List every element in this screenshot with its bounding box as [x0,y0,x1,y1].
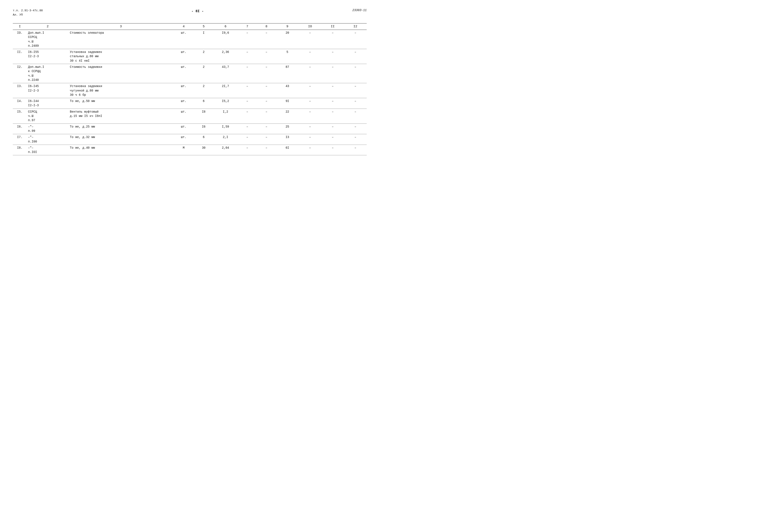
table-cell: шт. [173,124,194,134]
table-cell: – [344,109,367,124]
table-cell: Доп.вып.Iк ССРЦЦч.Шп.2240 [27,64,68,83]
table-cell: 2 [194,49,213,64]
table-cell: –"–п.I00 [27,134,68,145]
table-cell: – [321,64,344,83]
table-cell: – [257,98,276,109]
table-cell: 2 [194,64,213,83]
table-cell: 2 [194,83,213,98]
main-table: I 2 3 4 5 6 7 8 9 IO II I2 IO.Доп.вып.IС… [13,23,367,155]
table-cell: – [321,83,344,98]
table-cell: 2,36 [213,49,238,64]
table-cell: шт. [173,49,194,64]
table-cell: – [299,30,321,49]
table-cell: I6. [13,124,27,134]
table-cell: – [299,49,321,64]
table-cell: То же, д.40 мм [68,145,173,155]
table-cell: – [344,134,367,145]
table-cell: – [238,64,257,83]
table-cell: – [321,134,344,145]
table-cell: – [238,30,257,49]
doc-ref-line1: т.п. 2.91-3-47с.88 [13,9,43,13]
table-cell: – [344,49,367,64]
table-cell: шт. [173,134,194,145]
col-header-5: 5 [194,23,213,30]
table-cell: – [321,124,344,134]
table-cell: – [299,109,321,124]
table-cell: Стоимость элеватора [68,30,173,49]
table-cell: – [321,49,344,64]
table-cell: 2I,7 [213,83,238,98]
table-cell: – [257,30,276,49]
table-cell: – [257,109,276,124]
table-cell: – [238,124,257,134]
col-header-10: IO [299,23,321,30]
table-row: I2.Доп.вып.Iк ССРЦЦч.Шп.2240Стоимость за… [13,64,367,83]
table-cell: I2. [13,64,27,83]
table-cell: 6I [276,145,299,155]
table-cell: I5,2 [213,98,238,109]
table-header-row: I 2 3 4 5 6 7 8 9 IO II I2 [13,23,367,30]
table-cell: шт. [173,98,194,109]
col-header-3: 3 [68,23,173,30]
table-cell: Вентиль муфтовыйд.15 мм I5 кч I8пI [68,109,173,124]
page-number: - 8I - [43,9,352,13]
table-body: IO.Доп.вып.IССРСЦч.Шп.2489Стоимость элев… [13,30,367,155]
table-cell: 6 [194,98,213,109]
table-cell: – [238,49,257,64]
table-cell: – [257,49,276,64]
table-cell: шт. [173,83,194,98]
table-cell: I6–I45I2-2-3 [27,83,68,98]
table-cell: – [257,64,276,83]
col-header-9: 9 [276,23,299,30]
col-header-1: I [13,23,27,30]
table-cell: – [344,30,367,49]
table-cell: I [194,30,213,49]
col-header-4: 4 [173,23,194,30]
table-cell: –"–п.99 [27,124,68,134]
table-cell: I3. [13,83,27,98]
table-cell: То же, д.25 мм [68,124,173,134]
table-row: I5.ССРСЦч.Шп.97Вентиль муфтовыйд.15 мм I… [13,109,367,124]
table-cell: То же, д.32 мм [68,134,173,145]
table-cell: I8 [194,109,213,124]
col-header-7: 7 [238,23,257,30]
table-cell: I5. [13,109,27,124]
table-row: I4.I6–I44I2–I–3То же, д.50 ммшт.6I5,2––9… [13,98,367,109]
table-cell: 22 [276,109,299,124]
table-cell: 25 [276,124,299,134]
table-cell: 2,I [213,134,238,145]
doc-number: 2330З-11 [352,9,367,12]
table-cell: I3 [276,134,299,145]
table-cell: – [238,98,257,109]
table-cell: – [321,98,344,109]
table-cell: I7. [13,134,27,145]
table-cell: – [257,134,276,145]
table-cell: II. [13,49,27,64]
table-cell: – [344,145,367,155]
table-cell: 87 [276,64,299,83]
table-cell: 43,7 [213,64,238,83]
table-cell: I,59 [213,124,238,134]
col-header-8: 8 [257,23,276,30]
page-header: т.п. 2.91-3-47с.88 Ал. УП - 8I - 2330З-1… [13,9,367,17]
table-cell: –"–п.IOI [27,145,68,155]
table-cell: I6–I44I2–I–3 [27,98,68,109]
table-cell: шт. [173,64,194,83]
table-cell: – [344,98,367,109]
table-cell: 20 [276,30,299,49]
table-cell: – [238,134,257,145]
table-cell: I,2 [213,109,238,124]
table-row: I3.I6–I45I2-2-3Установка задвижкичугунно… [13,83,367,98]
table-row: II.I6–I55I2-2-3Установка задвижекстальны… [13,49,367,64]
table-cell: – [257,145,276,155]
table-cell: I9,6 [213,30,238,49]
table-cell: Доп.вып.IССРСЦч.Шп.2489 [27,30,68,49]
table-row: I8.–"–п.IOIТо же, д.40 ммМ302,04––6I––– [13,145,367,155]
table-cell: Установка задвижекстальных д.80 мм30 с 4… [68,49,173,64]
table-cell: 43 [276,83,299,98]
table-cell: – [238,145,257,155]
table-row: IO.Доп.вып.IССРСЦч.Шп.2489Стоимость элев… [13,30,367,49]
table-cell: ССРСЦч.Шп.97 [27,109,68,124]
col-header-6: 6 [213,23,238,30]
table-cell: – [321,109,344,124]
